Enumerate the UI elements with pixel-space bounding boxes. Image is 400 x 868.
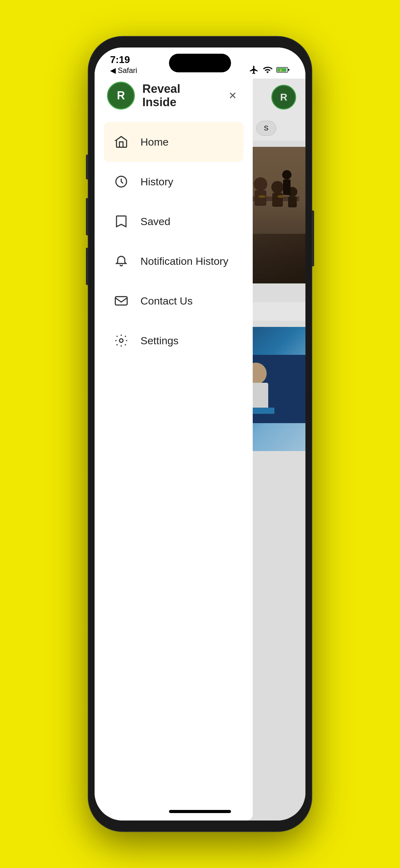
notification-history-label: Notification History [140, 255, 228, 267]
nav-item-contact-us[interactable]: Contact Us [104, 281, 243, 321]
notification-icon [113, 253, 129, 269]
svg-text:⚡: ⚡ [279, 68, 283, 72]
home-label: Home [140, 136, 169, 148]
drawer-logo: R [107, 82, 135, 110]
nav-list: Home History [95, 119, 253, 820]
nav-item-notification-history[interactable]: Notification History [104, 241, 243, 281]
close-button[interactable]: ✕ [225, 88, 240, 103]
history-icon [113, 174, 129, 190]
volume-down-button[interactable] [86, 248, 88, 285]
power-button[interactable] [312, 211, 314, 266]
settings-label: Settings [140, 335, 178, 347]
drawer-title: Reveal Inside [142, 82, 218, 109]
phone-frame: 7:19 ◀ Safari ⚡ [88, 37, 312, 831]
nav-item-settings[interactable]: Settings [104, 321, 243, 361]
nav-item-saved[interactable]: Saved [104, 202, 243, 241]
home-bar [169, 810, 231, 813]
airplane-icon [249, 65, 259, 75]
mail-icon [113, 293, 129, 309]
svg-point-30 [120, 339, 123, 342]
wifi-icon [263, 65, 272, 75]
nav-item-history[interactable]: History [104, 162, 243, 202]
nav-item-home[interactable]: Home [104, 122, 243, 162]
navigation-drawer: R Reveal Inside ✕ Home [95, 48, 253, 820]
settings-icon [113, 333, 129, 349]
svg-rect-1 [288, 69, 289, 71]
battery-icon: ⚡ [276, 65, 290, 75]
volume-up-button[interactable] [86, 198, 88, 235]
home-icon [113, 134, 129, 150]
status-safari: ◀ Safari [110, 66, 137, 75]
status-icons: ⚡ [249, 65, 290, 75]
contact-us-label: Contact Us [140, 295, 193, 307]
status-time: 7:19 [110, 54, 137, 65]
dynamic-island [169, 54, 231, 72]
history-label: History [140, 176, 173, 188]
svg-rect-29 [115, 297, 127, 305]
saved-icon [113, 213, 129, 229]
saved-label: Saved [140, 215, 170, 227]
phone-screen: 7:19 ◀ Safari ⚡ [95, 48, 305, 820]
